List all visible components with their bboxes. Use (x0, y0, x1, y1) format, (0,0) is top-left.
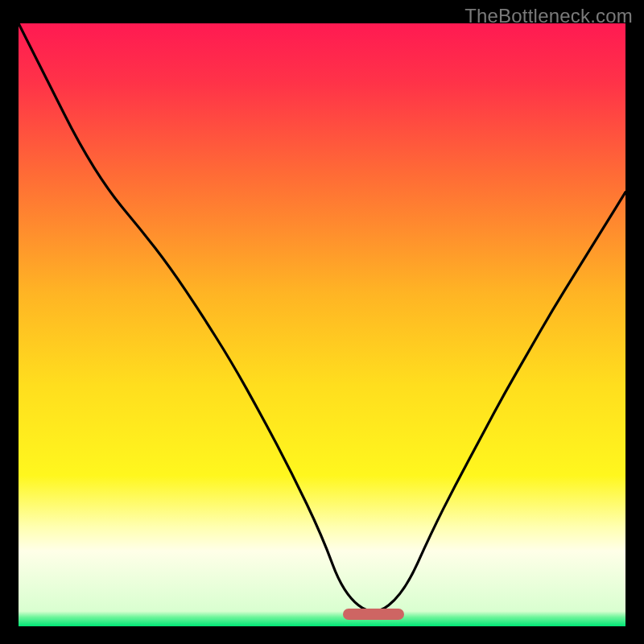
plot-area (19, 23, 625, 626)
bottleneck-curve (19, 23, 625, 626)
optimal-point-marker (343, 609, 403, 620)
app-frame: TheBottleneck.com (0, 0, 644, 644)
